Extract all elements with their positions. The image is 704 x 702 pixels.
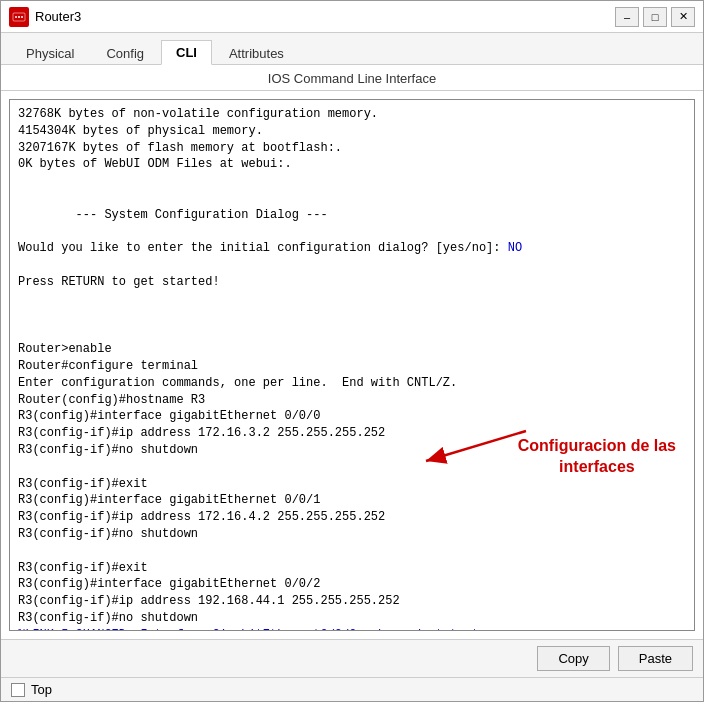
close-button[interactable]: ✕	[671, 7, 695, 27]
content-area: IOS Command Line Interface 32768K bytes …	[1, 65, 703, 677]
link-changed-1: %LINK-5-CHANGED: Interface GigabitEthern…	[18, 628, 508, 631]
window-title: Router3	[35, 9, 81, 24]
tab-cli[interactable]: CLI	[161, 40, 212, 65]
tab-config[interactable]: Config	[91, 41, 159, 65]
svg-line-5	[426, 431, 526, 461]
svg-point-1	[15, 16, 17, 18]
annotation-text: Configuracion de lasinterfaces	[518, 436, 676, 478]
tab-physical[interactable]: Physical	[11, 41, 89, 65]
top-label: Top	[31, 682, 52, 697]
terminal[interactable]: 32768K bytes of non-volatile configurati…	[9, 99, 695, 631]
title-bar-left: Router3	[9, 7, 81, 27]
footer-bar: Top	[1, 677, 703, 701]
terminal-wrapper: 32768K bytes of non-volatile configurati…	[1, 91, 703, 639]
svg-point-2	[18, 16, 20, 18]
paste-button[interactable]: Paste	[618, 646, 693, 671]
tabs-bar: Physical Config CLI Attributes	[1, 33, 703, 65]
main-window: Router3 – □ ✕ Physical Config CLI Attrib…	[0, 0, 704, 702]
title-bar-controls: – □ ✕	[615, 7, 695, 27]
router-icon	[9, 7, 29, 27]
annotation-group: Configuracion de lasinterfaces	[518, 436, 676, 478]
highlighted-no: NO	[508, 241, 522, 255]
top-checkbox[interactable]	[11, 683, 25, 697]
svg-point-3	[21, 16, 23, 18]
minimize-button[interactable]: –	[615, 7, 639, 27]
copy-button[interactable]: Copy	[537, 646, 609, 671]
title-bar: Router3 – □ ✕	[1, 1, 703, 33]
terminal-text-2: R3(config-if)#ip address 172.16.4.2 255.…	[18, 509, 686, 631]
tab-attributes[interactable]: Attributes	[214, 41, 299, 65]
bottom-buttons: Copy Paste	[1, 639, 703, 677]
maximize-button[interactable]: □	[643, 7, 667, 27]
section-title: IOS Command Line Interface	[1, 65, 703, 91]
annotation-arrow-svg	[416, 421, 536, 471]
